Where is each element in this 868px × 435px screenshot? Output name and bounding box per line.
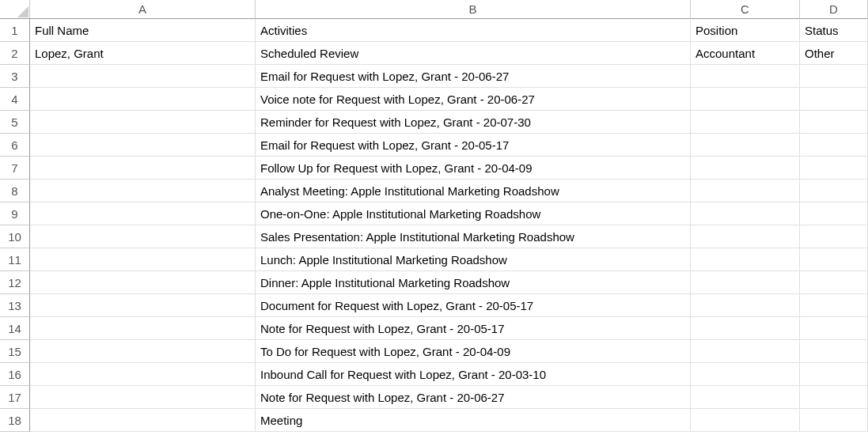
cell-B13[interactable]: Document for Request with Lopez, Grant -… xyxy=(256,294,691,317)
row-header[interactable]: 7 xyxy=(0,157,30,180)
select-all-corner[interactable] xyxy=(0,0,30,19)
row-header[interactable]: 14 xyxy=(0,317,30,340)
cell-C7[interactable] xyxy=(691,157,800,180)
row-header[interactable]: 16 xyxy=(0,363,30,386)
cell-A10[interactable] xyxy=(30,225,256,248)
cell-D15[interactable] xyxy=(800,340,868,363)
cell-A11[interactable] xyxy=(30,248,256,271)
row-header[interactable]: 6 xyxy=(0,134,30,157)
cell-D11[interactable] xyxy=(800,248,868,271)
cell-A12[interactable] xyxy=(30,271,256,294)
cell-A15[interactable] xyxy=(30,340,256,363)
select-all-icon xyxy=(17,6,28,17)
cell-A16[interactable] xyxy=(30,363,256,386)
cell-C14[interactable] xyxy=(691,317,800,340)
column-header-d[interactable]: D xyxy=(800,0,868,19)
cell-B14[interactable]: Note for Request with Lopez, Grant - 20-… xyxy=(256,317,691,340)
cell-C2[interactable]: Accountant xyxy=(691,42,800,65)
cell-D5[interactable] xyxy=(800,111,868,134)
cell-B15[interactable]: To Do for Request with Lopez, Grant - 20… xyxy=(256,340,691,363)
row-header[interactable]: 3 xyxy=(0,65,30,88)
cell-D12[interactable] xyxy=(800,271,868,294)
cell-D7[interactable] xyxy=(800,157,868,180)
cell-A8[interactable] xyxy=(30,180,256,202)
row-header[interactable]: 2 xyxy=(0,42,30,65)
row-header[interactable]: 5 xyxy=(0,111,30,134)
row-header[interactable]: 18 xyxy=(0,409,30,432)
cell-D9[interactable] xyxy=(800,202,868,225)
cell-B5[interactable]: Reminder for Request with Lopez, Grant -… xyxy=(256,111,691,134)
row-header[interactable]: 17 xyxy=(0,386,30,409)
cell-D4[interactable] xyxy=(800,88,868,111)
cell-D13[interactable] xyxy=(800,294,868,317)
cell-A2[interactable]: Lopez, Grant xyxy=(30,42,256,65)
row-header[interactable]: 9 xyxy=(0,202,30,225)
row-header[interactable]: 8 xyxy=(0,180,30,202)
row-header[interactable]: 13 xyxy=(0,294,30,317)
cell-B6[interactable]: Email for Request with Lopez, Grant - 20… xyxy=(256,134,691,157)
row-header[interactable]: 4 xyxy=(0,88,30,111)
cell-C4[interactable] xyxy=(691,88,800,111)
cell-C16[interactable] xyxy=(691,363,800,386)
row-header[interactable]: 1 xyxy=(0,19,30,42)
cell-D14[interactable] xyxy=(800,317,868,340)
cell-C10[interactable] xyxy=(691,225,800,248)
cell-D17[interactable] xyxy=(800,386,868,409)
cell-B11[interactable]: Lunch: Apple Institutional Marketing Roa… xyxy=(256,248,691,271)
cell-D2[interactable]: Other xyxy=(800,42,868,65)
column-header-c[interactable]: C xyxy=(691,0,800,19)
cell-A4[interactable] xyxy=(30,88,256,111)
cell-B8[interactable]: Analyst Meeting: Apple Institutional Mar… xyxy=(256,180,691,202)
cell-B12[interactable]: Dinner: Apple Institutional Marketing Ro… xyxy=(256,271,691,294)
cell-A1[interactable]: Full Name xyxy=(30,19,256,42)
cell-C12[interactable] xyxy=(691,271,800,294)
cell-D8[interactable] xyxy=(800,180,868,202)
cell-A9[interactable] xyxy=(30,202,256,225)
cell-A5[interactable] xyxy=(30,111,256,134)
row-header[interactable]: 11 xyxy=(0,248,30,271)
cell-B1[interactable]: Activities xyxy=(256,19,691,42)
cell-C3[interactable] xyxy=(691,65,800,88)
spreadsheet-grid[interactable]: ABCD1Full NameActivitiesPositionStatus2L… xyxy=(0,0,868,432)
cell-A13[interactable] xyxy=(30,294,256,317)
cell-B17[interactable]: Note for Request with Lopez, Grant - 20-… xyxy=(256,386,691,409)
cell-D3[interactable] xyxy=(800,65,868,88)
cell-C5[interactable] xyxy=(691,111,800,134)
cell-A14[interactable] xyxy=(30,317,256,340)
cell-C11[interactable] xyxy=(691,248,800,271)
cell-C18[interactable] xyxy=(691,409,800,432)
cell-A18[interactable] xyxy=(30,409,256,432)
cell-B3[interactable]: Email for Request with Lopez, Grant - 20… xyxy=(256,65,691,88)
svg-marker-0 xyxy=(17,6,28,17)
cell-B7[interactable]: Follow Up for Request with Lopez, Grant … xyxy=(256,157,691,180)
cell-C1[interactable]: Position xyxy=(691,19,800,42)
cell-A3[interactable] xyxy=(30,65,256,88)
column-header-a[interactable]: A xyxy=(30,0,256,19)
cell-D16[interactable] xyxy=(800,363,868,386)
cell-B10[interactable]: Sales Presentation: Apple Institutional … xyxy=(256,225,691,248)
cell-D6[interactable] xyxy=(800,134,868,157)
cell-B16[interactable]: Inbound Call for Request with Lopez, Gra… xyxy=(256,363,691,386)
row-header[interactable]: 10 xyxy=(0,225,30,248)
cell-D18[interactable] xyxy=(800,409,868,432)
cell-D10[interactable] xyxy=(800,225,868,248)
cell-A6[interactable] xyxy=(30,134,256,157)
cell-C15[interactable] xyxy=(691,340,800,363)
cell-C17[interactable] xyxy=(691,386,800,409)
cell-C6[interactable] xyxy=(691,134,800,157)
cell-C9[interactable] xyxy=(691,202,800,225)
cell-B18[interactable]: Meeting xyxy=(256,409,691,432)
cell-B9[interactable]: One-on-One: Apple Institutional Marketin… xyxy=(256,202,691,225)
column-header-b[interactable]: B xyxy=(256,0,691,19)
cell-D1[interactable]: Status xyxy=(800,19,868,42)
cell-B4[interactable]: Voice note for Request with Lopez, Grant… xyxy=(256,88,691,111)
cell-B2[interactable]: Scheduled Review xyxy=(256,42,691,65)
cell-A17[interactable] xyxy=(30,386,256,409)
row-header[interactable]: 15 xyxy=(0,340,30,363)
row-header[interactable]: 12 xyxy=(0,271,30,294)
cell-C13[interactable] xyxy=(691,294,800,317)
cell-C8[interactable] xyxy=(691,180,800,202)
cell-A7[interactable] xyxy=(30,157,256,180)
